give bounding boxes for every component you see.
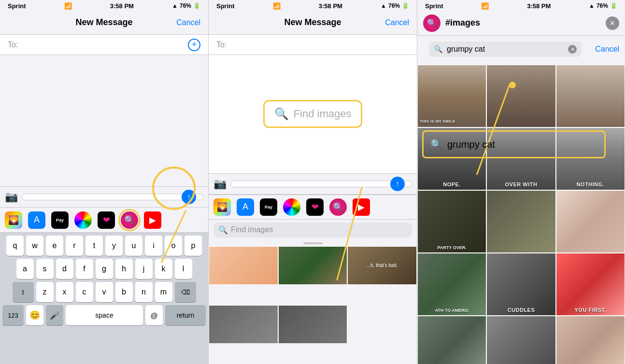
app-icons-row-2: 🌄 A Pay ❤ 🔍 ▶	[209, 195, 417, 220]
cat-cell-1[interactable]: THIS IS MY SMILE	[417, 65, 486, 127]
key-a[interactable]: a	[16, 259, 34, 279]
key-b[interactable]: b	[115, 282, 133, 302]
key-c[interactable]: c	[76, 282, 93, 302]
gif-cell-1[interactable]	[209, 246, 278, 285]
key-p[interactable]: p	[185, 236, 202, 256]
keyboard-row-4: 123 😊 🎤 space @ return	[0, 302, 208, 327]
cat-cell-14[interactable]	[486, 316, 555, 364]
key-y[interactable]: y	[105, 236, 123, 256]
youtube-icon-1[interactable]: ▶	[144, 211, 161, 229]
key-x[interactable]: x	[56, 282, 73, 302]
to-input-2[interactable]	[229, 41, 409, 49]
gif-cell-4[interactable]	[209, 305, 278, 344]
key-i[interactable]: i	[145, 236, 162, 256]
over-with-text: OVER WITH	[505, 182, 538, 188]
message-input-2[interactable]: ↑	[230, 181, 412, 187]
cat-cell-15[interactable]	[556, 316, 625, 364]
cat-cell-3[interactable]	[556, 65, 625, 127]
cat-cell-inner-11: CUDDLES	[487, 253, 555, 315]
find-images-search-box[interactable]: 🔍 Find images	[263, 100, 363, 128]
party-over-text: PARTY OVER.	[438, 245, 467, 251]
appstore-icon-1[interactable]: A	[28, 211, 45, 229]
to-field-1: To: +	[0, 35, 208, 55]
key-n[interactable]: n	[135, 282, 153, 302]
images-app-icon: 🔍	[423, 14, 440, 32]
key-shift[interactable]: ⇧	[13, 282, 34, 302]
cat-cell-7[interactable]: PARTY OVER.	[417, 190, 486, 253]
key-e[interactable]: e	[46, 236, 63, 256]
colorful-icon-2[interactable]	[283, 198, 300, 216]
key-m[interactable]: m	[155, 282, 172, 302]
close-images-button[interactable]: ✕	[606, 16, 619, 30]
key-l[interactable]: l	[175, 259, 192, 279]
cancel-button-1[interactable]: Cancel	[176, 18, 200, 27]
gif-cell-3[interactable]: ...h, that's bait.	[347, 246, 417, 285]
key-mic[interactable]: 🎤	[46, 305, 63, 325]
key-emoji[interactable]: 😊	[26, 305, 43, 325]
cat-cell-12[interactable]: YOU FIRST.	[556, 253, 625, 316]
photos-icon-2[interactable]: 🌄	[213, 198, 231, 216]
cat-cell-inner-8	[487, 191, 555, 252]
key-s[interactable]: s	[36, 259, 54, 279]
gif-cell-5[interactable]	[278, 305, 348, 344]
appstore-icon-2[interactable]: A	[237, 198, 254, 216]
key-t[interactable]: t	[85, 236, 103, 256]
cat-cell-11[interactable]: CUDDLES	[486, 253, 555, 316]
find-images-bar-2[interactable]: 🔍 Find images	[213, 223, 412, 238]
applepay-icon-2[interactable]: Pay	[260, 198, 277, 216]
add-recipient-button-1[interactable]: +	[188, 39, 200, 51]
cat-cell-9[interactable]	[556, 190, 625, 253]
cat-cell-10[interactable]: ATH TO AMERIC	[417, 253, 486, 316]
key-z[interactable]: z	[36, 282, 54, 302]
cat-cell-8[interactable]	[486, 190, 555, 253]
camera-icon-1[interactable]: 📷	[5, 191, 18, 203]
to-input-1[interactable]	[21, 41, 188, 49]
search-input-3[interactable]	[447, 45, 564, 54]
nav-title-1: New Message	[75, 17, 132, 28]
send-button-1[interactable]: ↑	[182, 190, 196, 204]
key-return[interactable]: return	[165, 305, 206, 325]
cancel-button-2[interactable]: Cancel	[385, 18, 409, 27]
key-j[interactable]: j	[135, 259, 153, 279]
cat-cell-6[interactable]: NOTHING.	[556, 127, 625, 190]
cat-cell-5[interactable]: OVER WITH	[486, 127, 555, 190]
key-numbers[interactable]: 123	[2, 305, 24, 325]
key-u[interactable]: u	[125, 236, 142, 256]
key-r[interactable]: r	[66, 236, 83, 256]
carrier-1: Sprint	[8, 2, 26, 10]
key-q[interactable]: q	[6, 236, 24, 256]
cat-cell-inner-13: I GOT PETTED ONCE	[418, 316, 486, 364]
cat-cell-inner-4: NOPE.	[418, 128, 486, 190]
photos-icon-1[interactable]: 🌄	[5, 211, 22, 229]
cuddles-text: CUDDLES	[508, 307, 535, 313]
key-v[interactable]: v	[96, 282, 113, 302]
heart-icon-1[interactable]: ❤	[98, 211, 115, 229]
key-space[interactable]: space	[66, 305, 143, 325]
key-h[interactable]: h	[115, 259, 133, 279]
to-label-2: To:	[216, 41, 227, 49]
heart-icon-2[interactable]: ❤	[306, 198, 324, 216]
key-at[interactable]: @	[145, 305, 163, 325]
applepay-icon-1[interactable]: Pay	[51, 211, 69, 229]
key-o[interactable]: o	[165, 236, 182, 256]
key-g[interactable]: g	[96, 259, 113, 279]
colorful-icon-1[interactable]	[74, 211, 92, 229]
key-f[interactable]: f	[76, 259, 93, 279]
key-k[interactable]: k	[155, 259, 172, 279]
cancel-button-3[interactable]: Cancel	[595, 45, 619, 54]
smile-text: THIS IS MY SMILE	[420, 119, 455, 124]
search-bar-3[interactable]: 🔍 ✕	[429, 42, 582, 57]
battery-1: 76%	[180, 2, 191, 9]
send-button-2[interactable]: ↑	[390, 177, 405, 191]
search-gif-icon-1[interactable]: 🔍	[121, 211, 138, 229]
cat-cell-4[interactable]: NOPE.	[417, 127, 486, 190]
camera-icon-2[interactable]: 📷	[213, 178, 227, 190]
cat-cell-13[interactable]: I GOT PETTED ONCE	[417, 316, 486, 364]
message-input-1[interactable]: ↑	[22, 194, 203, 200]
right-icons-1: ▲ 76% 🔋	[172, 2, 200, 9]
search-gif-icon-2[interactable]: 🔍	[329, 198, 347, 216]
key-d[interactable]: d	[56, 259, 73, 279]
clear-search-button-3[interactable]: ✕	[568, 45, 577, 54]
key-delete[interactable]: ⌫	[175, 282, 196, 302]
key-w[interactable]: w	[26, 236, 43, 256]
